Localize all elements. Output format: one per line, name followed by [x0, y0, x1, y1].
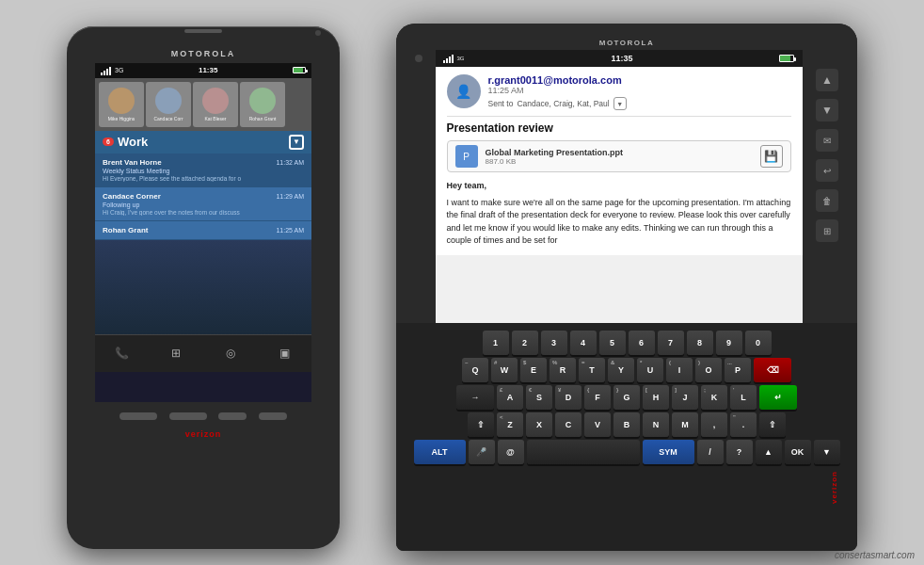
key-e[interactable]: $E	[520, 358, 547, 382]
key-x[interactable]: X	[526, 412, 552, 437]
action-btn[interactable]: ↩	[816, 159, 838, 182]
key-shift-right[interactable]: ⇧	[759, 412, 786, 437]
hw-btn-search[interactable]	[259, 412, 287, 420]
watermark: consertasmart.com	[835, 550, 915, 560]
hw-btn-home[interactable]	[169, 412, 207, 420]
key-space[interactable]	[527, 440, 640, 464]
key-t[interactable]: =T	[579, 358, 605, 382]
key-d[interactable]: ¥D	[555, 385, 581, 410]
key-m[interactable]: M	[672, 412, 698, 437]
key-9[interactable]: 9	[716, 331, 742, 355]
key-slash[interactable]: /	[697, 440, 724, 464]
key-period[interactable]: ".	[730, 412, 757, 437]
key-dpad-down[interactable]: ▼	[814, 440, 840, 464]
work-header[interactable]: 6 Work ▼	[95, 131, 311, 153]
key-k[interactable]: ;K	[701, 385, 727, 410]
email-item-brent[interactable]: Brent Van Horne 11:32 AM Weekly Status M…	[95, 153, 311, 187]
key-alt[interactable]: ALT	[414, 440, 466, 464]
contact-kat[interactable]: Kat Bleser	[193, 82, 238, 127]
hw-btn-back[interactable]	[218, 412, 247, 420]
key-ok[interactable]: OK	[785, 440, 811, 464]
grid-btn[interactable]: ⊞	[816, 219, 838, 242]
key-7[interactable]: 7	[658, 331, 684, 355]
email-item-rohan[interactable]: Rohan Grant 11:25 AM	[95, 221, 311, 240]
key-enter[interactable]: ↵	[759, 385, 797, 410]
sent-to-label: Sent to	[488, 99, 514, 108]
camera-nav-icon[interactable]: ◎	[220, 343, 241, 363]
key-y[interactable]: &Y	[608, 358, 634, 382]
keyboard: 1 2 3 4 5 6 7 8 9 0 ~Q #W $E %R =T &Y *U…	[396, 323, 857, 551]
key-0[interactable]: 0	[745, 331, 772, 355]
attachment-save-button[interactable]: 💾	[760, 145, 783, 168]
key-n[interactable]: N	[643, 412, 669, 437]
key-z[interactable]: <Z	[497, 412, 523, 437]
keyboard-row-bottom: ALT 🎤 @ SYM / ? ▲ OK ▼	[406, 440, 848, 464]
key-6[interactable]: 6	[629, 331, 655, 355]
email-sender-brent: Brent Van Horne	[103, 158, 162, 167]
screen-right: 3G 11:35	[436, 50, 803, 323]
contact-rohan[interactable]: Rohan Grant	[240, 82, 285, 127]
key-c[interactable]: C	[555, 412, 581, 437]
contact-name-mike: Mike Higgins	[108, 116, 135, 121]
key-backspace[interactable]: ⌫	[754, 358, 791, 382]
signal-icon	[101, 66, 111, 75]
reply-btn[interactable]: ✉	[816, 129, 838, 152]
key-v[interactable]: V	[584, 412, 611, 437]
key-at[interactable]: @	[498, 440, 524, 464]
key-tab[interactable]: →	[456, 385, 494, 410]
key-comma[interactable]: ,	[701, 412, 727, 437]
key-a[interactable]: £A	[497, 385, 523, 410]
attachment-filesize: 887.0 KB	[486, 157, 624, 166]
email-detail: 👤 r.grant0011@motorola.com 11:25 AM Sent…	[436, 67, 803, 255]
key-f[interactable]: {F	[584, 385, 611, 410]
screen-left: 3G 11:35 Mike Higgins Candace Corr	[95, 63, 311, 402]
battery-right	[779, 55, 794, 62]
key-w[interactable]: #W	[491, 358, 518, 382]
contact-name-kat: Kat Bleser	[204, 116, 226, 121]
key-q[interactable]: ~Q	[462, 358, 488, 382]
key-shift-left[interactable]: ⇧	[468, 412, 494, 437]
network-right: 3G	[457, 56, 465, 61]
email-subject-brent: Weekly Status Meeting	[103, 168, 304, 174]
scroll-down-btn[interactable]: ▼	[816, 99, 838, 121]
key-5[interactable]: 5	[599, 331, 626, 355]
key-sym[interactable]: SYM	[643, 440, 694, 464]
contact-candace[interactable]: Candace Corr	[146, 82, 191, 127]
square-icon[interactable]: ▣	[274, 343, 295, 363]
hw-btn-apps[interactable]	[119, 412, 157, 420]
battery-left	[293, 67, 306, 73]
key-1[interactable]: 1	[483, 331, 509, 355]
key-p[interactable]: ...P	[725, 358, 751, 382]
right-phone-top: MOTOROLA 3G	[396, 24, 857, 323]
key-b[interactable]: B	[613, 412, 640, 437]
work-expand-icon[interactable]: ▼	[289, 135, 304, 150]
key-r[interactable]: %R	[550, 358, 576, 382]
key-dpad-up[interactable]: ▲	[756, 440, 782, 464]
key-g[interactable]: }G	[613, 385, 640, 410]
scroll-up-btn[interactable]: ▲	[816, 69, 838, 91]
key-i[interactable]: (I	[666, 358, 693, 382]
key-h[interactable]: [H	[643, 385, 669, 410]
phone-icon[interactable]: 📞	[112, 343, 133, 363]
contact-mike[interactable]: Mike Higgins	[99, 82, 144, 127]
divider-1	[447, 116, 791, 117]
apps-icon[interactable]: ⊞	[166, 343, 186, 363]
key-8[interactable]: 8	[687, 331, 713, 355]
sent-to-recipients: Candace, Craig, Kat, Paul	[517, 99, 609, 108]
email-item-candace[interactable]: Candace Corner 11:29 AM Following up Hi …	[95, 187, 311, 221]
delete-btn[interactable]: 🗑	[816, 189, 838, 212]
key-u[interactable]: *U	[637, 358, 663, 382]
key-s[interactable]: €S	[526, 385, 552, 410]
key-2[interactable]: 2	[512, 331, 538, 355]
key-4[interactable]: 4	[570, 331, 597, 355]
key-mic[interactable]: 🎤	[469, 440, 495, 464]
attachment-box[interactable]: P Global Marketing Presentation.ppt 887.…	[447, 140, 791, 172]
key-question[interactable]: ?	[726, 440, 753, 464]
key-3[interactable]: 3	[541, 331, 567, 355]
side-action-buttons: ▲ ▼ ✉ ↩ 🗑 ⊞	[816, 69, 838, 242]
key-j[interactable]: ]J	[672, 385, 698, 410]
key-l[interactable]: 'L	[730, 385, 757, 410]
email-time-brent: 11:32 AM	[276, 159, 304, 166]
key-o[interactable]: )O	[695, 358, 722, 382]
recipients-expand[interactable]: ▼	[613, 97, 627, 110]
